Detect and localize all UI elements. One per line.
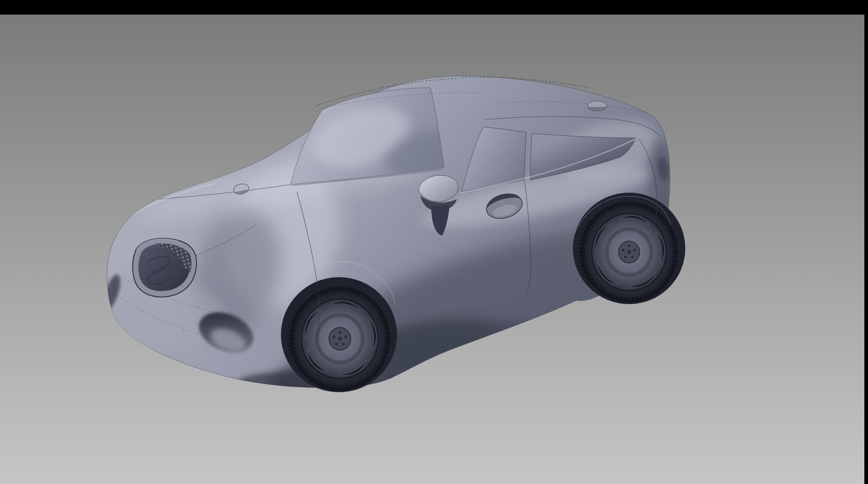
roof-antenna — [587, 101, 607, 111]
right-letterbox-bar — [864, 15, 868, 484]
3d-viewport[interactable] — [0, 15, 864, 484]
screen — [0, 0, 868, 484]
rear-wheel[interactable] — [580, 201, 677, 302]
top-letterbox-bar — [0, 0, 868, 15]
front-wheel[interactable] — [290, 287, 390, 391]
car-3d-render[interactable] — [0, 15, 864, 484]
